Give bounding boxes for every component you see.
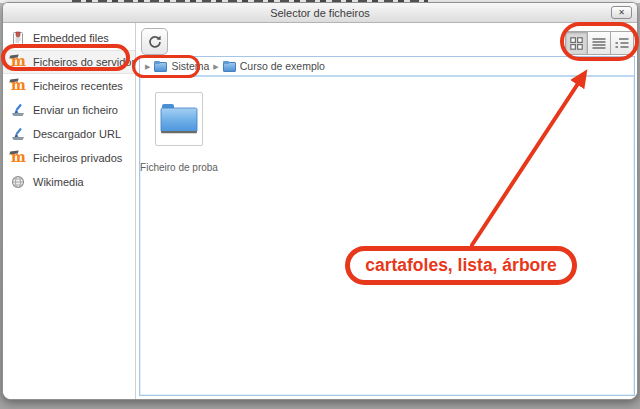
folder-tile-label: Ficheiro de proba xyxy=(140,162,218,173)
repository-sidebar: Embedded files m Ficheiros do servidor m… xyxy=(3,23,136,399)
embedded-files-icon xyxy=(10,30,26,46)
sidebar-item-ficheiros-do-servidor[interactable]: m Ficheiros do servidor xyxy=(3,50,135,74)
folder-tile[interactable] xyxy=(155,92,203,146)
breadcrumb-arrow-icon: ▶ xyxy=(145,63,150,70)
breadcrumb-arrow-icon: ▶ xyxy=(213,63,218,70)
sidebar-item-embedded-files[interactable]: Embedded files xyxy=(3,26,135,50)
breadcrumb: ▶ Sistema ▶ Curso de exemplo xyxy=(140,57,634,77)
sidebar-item-label: Enviar un ficheiro xyxy=(33,104,118,116)
files-area: Ficheiro de proba xyxy=(140,77,634,393)
view-toggle-group xyxy=(565,31,634,55)
tree-view-button[interactable] xyxy=(611,31,634,55)
sidebar-item-label: Ficheiros privados xyxy=(33,152,122,164)
tree-view-icon xyxy=(615,37,629,50)
sidebar-item-descargador-url[interactable]: Descargador URL xyxy=(3,122,135,146)
sidebar-item-ficheiros-recentes[interactable]: m Ficheiros recentes xyxy=(3,74,135,98)
dialog-title: Selector de ficheiros xyxy=(270,7,370,19)
folder-icon xyxy=(223,61,236,72)
list-view-icon xyxy=(592,37,606,50)
icons-view-icon xyxy=(570,37,583,50)
file-picker-main: ▶ Sistema ▶ Curso de exemplo xyxy=(136,23,637,399)
sidebar-item-label: Ficheiros recentes xyxy=(33,80,123,92)
list-view-button[interactable] xyxy=(588,31,611,55)
refresh-icon xyxy=(147,34,163,50)
sidebar-item-enviar-un-ficheiro[interactable]: Enviar un ficheiro xyxy=(3,98,135,122)
file-browser-panel: ▶ Sistema ▶ Curso de exemplo xyxy=(139,56,635,396)
sidebar-item-label: Wikimedia xyxy=(33,176,84,188)
close-button[interactable]: ✕ xyxy=(611,6,632,19)
globe-icon xyxy=(10,174,26,190)
file-picker-dialog: Selector de ficheiros ✕ Embedded files xyxy=(2,2,638,400)
sidebar-item-label: Descargador URL xyxy=(33,128,121,140)
dialog-body: Embedded files m Ficheiros do servidor m… xyxy=(3,23,637,399)
upload-icon xyxy=(10,102,26,118)
sidebar-item-label: Ficheiros do servidor xyxy=(33,56,135,68)
folder-icon xyxy=(159,102,199,136)
breadcrumb-item-sistema[interactable]: Sistema xyxy=(171,60,209,72)
folder-icon xyxy=(154,61,167,72)
sidebar-item-ficheiros-privados[interactable]: m Ficheiros privados xyxy=(3,146,135,170)
sidebar-item-label: Embedded files xyxy=(33,32,109,44)
moodle-icon: m xyxy=(10,78,26,94)
dialog-titlebar: Selector de ficheiros ✕ xyxy=(3,3,637,23)
moodle-icon: m xyxy=(10,54,26,70)
refresh-button[interactable] xyxy=(141,28,168,55)
moodle-icon: m xyxy=(10,150,26,166)
icons-view-button[interactable] xyxy=(565,31,588,55)
breadcrumb-item-curso-de-exemplo[interactable]: Curso de exemplo xyxy=(240,60,325,72)
sidebar-item-wikimedia[interactable]: Wikimedia xyxy=(3,170,135,194)
download-url-icon xyxy=(10,126,26,142)
